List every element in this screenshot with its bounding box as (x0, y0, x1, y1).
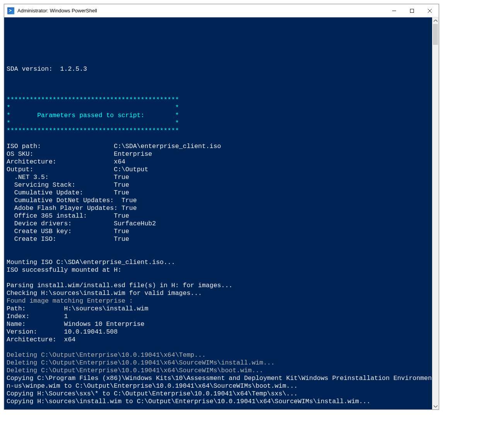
chevron-down-icon (434, 405, 438, 407)
console-output[interactable]: SDA version: 1.2.5.3 *******************… (4, 17, 432, 409)
param-dotnet: .NET 3.5: True (7, 174, 129, 181)
param-create-usb: Create USB key: True (7, 228, 129, 235)
output-copy-install-wim: Copying H:\sources\install.wim to C:\Out… (7, 398, 371, 405)
param-output: Output: C:\Output (7, 166, 148, 173)
image-version: Version: 10.0.19041.508 (7, 328, 118, 336)
window-title: Administrator: Windows PowerShell (17, 8, 385, 14)
param-architecture: Architecture: x64 (7, 158, 125, 165)
minimize-icon (392, 9, 397, 13)
banner-line: * * (7, 119, 179, 127)
output-delete-temp: Deleting C:\Output\Enterprise\10.0.19041… (7, 351, 206, 359)
param-create-iso: Create ISO: True (7, 235, 129, 243)
scroll-down-button[interactable] (432, 403, 439, 409)
param-flash-updates: Adobe Flash Player Updates: True (7, 204, 137, 212)
vertical-scrollbar[interactable] (432, 17, 439, 409)
banner-line: ****************************************… (7, 96, 179, 104)
output-sda-version: SDA version: 1.2.5.3 (7, 65, 87, 73)
scroll-thumb[interactable] (433, 24, 438, 45)
output-copy-sxs: Copying H:\Sources\sxs\* to C:\Output\En… (7, 390, 298, 397)
close-icon (427, 9, 432, 13)
minimize-button[interactable] (385, 4, 403, 17)
console-area: SDA version: 1.2.5.3 *******************… (4, 17, 439, 409)
banner-line: * * (7, 104, 179, 111)
maximize-icon (410, 9, 414, 13)
banner-title: * Parameters passed to script: * (7, 112, 179, 119)
close-button[interactable] (421, 4, 439, 17)
output-found-image: Found image matching Enterprise : (7, 297, 133, 305)
svg-rect-1 (410, 9, 414, 12)
output-copy-winpe: Copying C:\Program Files (x86)\Windows K… (7, 375, 432, 390)
image-path: Path: H:\sources\install.wim (7, 305, 148, 312)
image-architecture: Architecture: x64 (7, 336, 75, 343)
param-servicing-stack: Servicing Stack: True (7, 181, 129, 189)
output-delete-boot-wim: Deleting C:\Output\Enterprise\10.0.19041… (7, 367, 263, 374)
maximize-button[interactable] (403, 4, 421, 17)
param-cumulative-dotnet: Cumulative DotNet Updates: True (7, 197, 137, 204)
param-office365: Office 365 install: True (7, 212, 129, 220)
powershell-icon (7, 7, 14, 14)
scroll-up-button[interactable] (432, 17, 439, 24)
output-check-wim: Checking H:\sources\install.wim for vali… (7, 290, 202, 297)
param-iso-path: ISO path: C:\SDA\enterprise_client.iso (7, 143, 221, 150)
window-controls (385, 4, 439, 17)
param-os-sku: OS SKU: Enterprise (7, 150, 152, 158)
titlebar[interactable]: Administrator: Windows PowerShell (4, 4, 439, 17)
param-cumulative-update: Cumulative Update: True (7, 189, 129, 196)
powershell-window: Administrator: Windows PowerShell SDA ve… (4, 4, 439, 410)
image-name: Name: Windows 10 Enterprise (7, 320, 144, 328)
image-index: Index: 1 (7, 313, 68, 320)
chevron-up-icon (434, 20, 438, 22)
output-delete-install-wim: Deleting C:\Output\Enterprise\10.0.19041… (7, 359, 275, 366)
banner-line: ****************************************… (7, 127, 179, 135)
param-device-drivers: Device drivers: SurfaceHub2 (7, 220, 156, 227)
output-mount-iso: Mounting ISO C:\SDA\enterprise_client.is… (7, 259, 175, 266)
output-parse-wim: Parsing install.wim/install.esd file(s) … (7, 282, 232, 289)
output-mount-success: ISO successfully mounted at H: (7, 266, 121, 274)
